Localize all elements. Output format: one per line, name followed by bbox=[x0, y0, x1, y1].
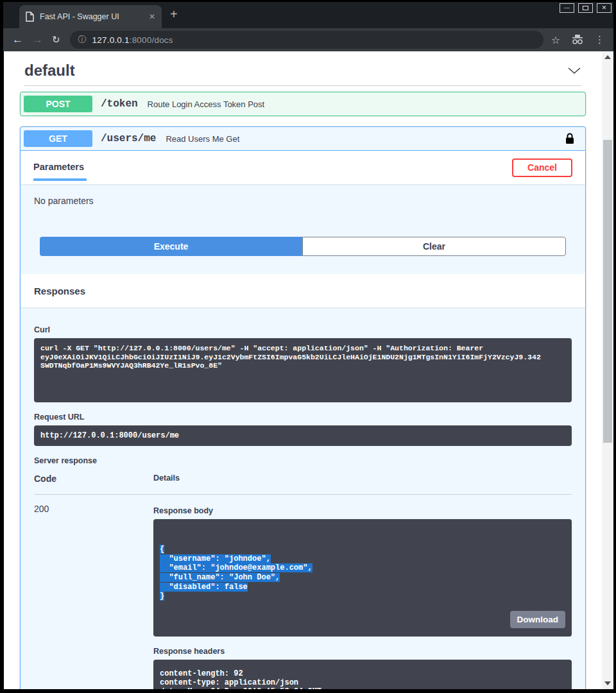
url-path: :8000/docs bbox=[130, 35, 173, 45]
scrollbar-thumb[interactable] bbox=[603, 140, 612, 443]
page-scrollbar[interactable] bbox=[602, 51, 613, 689]
response-body: { "username": "johndoe", "email": "johnd… bbox=[153, 519, 572, 637]
responses-section-header: Responses bbox=[21, 274, 585, 307]
response-body-json: { "username": "johndoe", "email": "johnd… bbox=[160, 545, 565, 601]
responses-body: Curl curl -X GET "http://127.0.0.1:8000/… bbox=[21, 307, 585, 689]
code-column-header: Code bbox=[34, 474, 153, 484]
browser-toolbar: ← → ↻ ⓘ 127.0.0.1:8000/docs ☆ ⋮ bbox=[3, 28, 613, 51]
swagger-page: default POST /token Route Login Access T… bbox=[4, 51, 602, 689]
responses-title: Responses bbox=[34, 286, 85, 296]
curl-command: curl -X GET "http://127.0.0.1:8000/users… bbox=[34, 338, 572, 402]
execute-wrapper: Execute Clear bbox=[40, 237, 566, 256]
window-minimize-button[interactable]: — bbox=[560, 3, 574, 13]
table-row: 200 Response body { "username": "johndoe… bbox=[34, 495, 572, 689]
server-response-table: Code Details 200 Response body { "userna… bbox=[34, 474, 572, 689]
browser-tab[interactable]: Fast API - Swagger UI ✕ bbox=[19, 5, 162, 28]
endpoint-summary: Route Login Access Token Post bbox=[148, 99, 582, 109]
auth-lock-button[interactable] bbox=[565, 133, 574, 144]
curl-label: Curl bbox=[34, 325, 572, 334]
spacer bbox=[21, 256, 585, 274]
opblock-summary-post[interactable]: POST /token Route Login Access Token Pos… bbox=[21, 92, 585, 116]
address-bar[interactable]: ⓘ 127.0.0.1:8000/docs bbox=[70, 31, 543, 49]
new-tab-button[interactable]: + bbox=[170, 7, 178, 22]
response-body-label: Response body bbox=[153, 506, 572, 515]
method-badge-post: POST bbox=[24, 96, 92, 112]
page-info-icon[interactable]: ⓘ bbox=[78, 34, 87, 46]
maximize-icon bbox=[583, 6, 588, 10]
page-favicon-icon bbox=[26, 12, 34, 22]
url-host: 127.0.0.1 bbox=[92, 35, 130, 45]
opblock-get-users-me: GET /users/me Read Users Me Get Paramete… bbox=[20, 126, 586, 689]
chevron-down-icon[interactable] bbox=[567, 67, 581, 74]
opblock-summary-get[interactable]: GET /users/me Read Users Me Get bbox=[21, 127, 585, 151]
details-column-header: Details bbox=[153, 474, 180, 484]
reload-button[interactable]: ↻ bbox=[52, 34, 60, 46]
no-parameters-text: No parameters bbox=[34, 196, 572, 206]
incognito-icon bbox=[571, 35, 584, 45]
execute-button[interactable]: Execute bbox=[40, 237, 302, 256]
page-title: default bbox=[24, 62, 75, 80]
browser-menu-icon[interactable]: ⋮ bbox=[595, 34, 604, 46]
endpoint-path: /users/me bbox=[101, 133, 156, 144]
browser-tab-bar: Fast API - Swagger UI ✕ + — ✕ bbox=[3, 2, 613, 28]
status-code: 200 bbox=[34, 504, 153, 689]
parameters-section: No parameters Execute Clear bbox=[21, 196, 585, 274]
clear-button[interactable]: Clear bbox=[302, 237, 566, 256]
tab-parameters[interactable]: Parameters bbox=[33, 153, 85, 182]
opblock-post-token: POST /token Route Login Access Token Pos… bbox=[20, 92, 586, 116]
parameters-tab-header: Parameters Cancel bbox=[21, 151, 585, 184]
request-url-label: Request URL bbox=[34, 413, 572, 422]
forward-button[interactable]: → bbox=[32, 33, 43, 46]
lock-icon bbox=[565, 133, 574, 144]
tab-title: Fast API - Swagger UI bbox=[40, 12, 149, 21]
window-maximize-button[interactable] bbox=[578, 3, 593, 13]
tab-close-icon[interactable]: ✕ bbox=[149, 12, 155, 21]
response-details: Response body { "username": "johndoe", "… bbox=[153, 504, 572, 689]
table-header-row: Code Details bbox=[34, 474, 572, 495]
window-controls: — ✕ bbox=[560, 3, 612, 13]
method-badge-get: GET bbox=[24, 130, 92, 147]
url-text: 127.0.0.1:8000/docs bbox=[92, 35, 173, 45]
back-button[interactable]: ← bbox=[12, 33, 23, 46]
scroll-up-arrow-icon[interactable] bbox=[604, 55, 611, 59]
request-url-value: http://127.0.0.1:8000/users/me bbox=[34, 425, 572, 446]
download-button[interactable]: Download bbox=[510, 611, 566, 628]
bookmark-star-icon[interactable]: ☆ bbox=[551, 34, 560, 46]
server-response-label: Server response bbox=[34, 456, 572, 465]
endpoint-summary: Read Users Me Get bbox=[166, 134, 565, 144]
section-header[interactable]: default bbox=[24, 62, 581, 80]
response-headers: content-length: 92 content-type: applica… bbox=[153, 660, 572, 689]
response-headers-label: Response headers bbox=[153, 647, 572, 656]
cancel-button[interactable]: Cancel bbox=[512, 158, 572, 177]
window-close-button[interactable]: ✕ bbox=[597, 3, 612, 13]
section-divider bbox=[24, 85, 581, 86]
endpoint-path: /token bbox=[101, 98, 138, 110]
scroll-down-arrow-icon[interactable] bbox=[604, 681, 611, 685]
